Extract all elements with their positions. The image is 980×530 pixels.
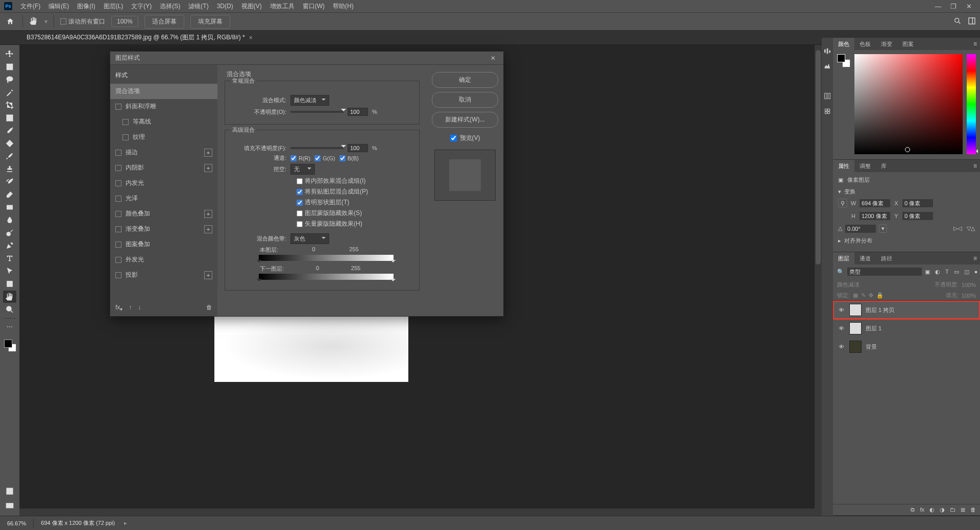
dialog-close-icon[interactable]: ✕ [488, 53, 498, 63]
preview-checkbox[interactable]: 预览(V) [432, 134, 498, 142]
tab-patterns[interactable]: 图案 [897, 38, 919, 51]
layer-row[interactable]: 👁 背景 [833, 338, 980, 356]
fx-menu-icon[interactable]: fx▾ [115, 304, 122, 312]
screenmode-icon[interactable] [3, 500, 16, 512]
tab-paths[interactable]: 路径 [876, 252, 897, 265]
healing-tool[interactable] [3, 137, 16, 150]
document-tab[interactable]: B37528614E9A9A0C336A6D191B237589.jpg @ 6… [21, 31, 258, 44]
fill-screen-button[interactable]: 填充屏幕 [190, 15, 230, 29]
fx-icon[interactable]: fx [920, 507, 924, 513]
status-zoom[interactable]: 66.67% [7, 520, 26, 526]
window-minimize[interactable]: — [934, 2, 942, 10]
filter-search-icon[interactable]: 🔍 [837, 269, 844, 275]
tab-properties[interactable]: 属性 [833, 160, 854, 173]
lock-artboard-icon[interactable]: ✥ [869, 292, 873, 299]
move-up-icon[interactable]: ↑ [129, 304, 132, 312]
flip-h-icon[interactable]: ▷◁ [953, 225, 962, 232]
menu-layer[interactable]: 图层(L) [100, 0, 128, 13]
panel-menu-icon[interactable]: ≡ [970, 162, 980, 170]
layer-opacity[interactable]: 100% [962, 282, 976, 288]
fill-opacity-input[interactable] [348, 144, 368, 152]
marquee-tool[interactable] [3, 61, 16, 73]
link-wh-icon[interactable]: ⚲ [838, 199, 847, 208]
menu-image[interactable]: 图像(I) [73, 0, 99, 13]
menu-view[interactable]: 视图(V) [237, 0, 266, 13]
channel-g-checkbox[interactable]: G(G) [314, 155, 335, 161]
layer-row[interactable]: 👁 图层 1 拷贝 [833, 301, 980, 319]
menu-filter[interactable]: 滤镜(T) [184, 0, 212, 13]
blend-if-dropdown[interactable]: 灰色 [290, 233, 329, 244]
fg-bg-swatch[interactable] [837, 54, 850, 67]
add-stroke-icon[interactable]: + [204, 149, 212, 157]
style-gradient-overlay[interactable]: 渐变叠加+ [110, 222, 217, 237]
add-gradient-overlay-icon[interactable]: + [204, 225, 212, 233]
dock-icon-1[interactable] [823, 47, 831, 55]
ok-button[interactable]: 确定 [432, 72, 498, 88]
opacity-slider[interactable] [290, 111, 344, 113]
delete-style-icon[interactable]: 🗑 [206, 304, 212, 312]
visibility-icon[interactable]: 👁 [837, 344, 845, 350]
filter-kind-select[interactable] [847, 268, 922, 276]
width-input[interactable] [860, 199, 890, 207]
tab-adjustments[interactable]: 调整 [854, 160, 876, 173]
hand-tool[interactable] [3, 291, 16, 303]
menu-help[interactable]: 帮助(H) [329, 0, 358, 13]
fill-opacity-slider[interactable] [290, 147, 344, 149]
zoom-tool[interactable] [3, 303, 16, 316]
angle-input[interactable] [845, 225, 876, 233]
height-input[interactable] [860, 212, 890, 220]
edit-toolbar[interactable]: ⋯ [3, 321, 16, 333]
panel-menu-icon[interactable]: ≡ [970, 255, 980, 262]
color-swatches[interactable] [3, 339, 16, 352]
menu-file[interactable]: 文件(F) [16, 0, 44, 13]
add-color-overlay-icon[interactable]: + [204, 210, 212, 218]
layer-mask-hide-checkbox[interactable]: 图层蒙版隐藏效果(S) [297, 209, 414, 218]
wand-tool[interactable] [3, 86, 16, 99]
style-drop-shadow[interactable]: 投影+ [110, 268, 217, 283]
vector-mask-hide-checkbox[interactable]: 矢量蒙版隐藏效果(H) [297, 220, 414, 228]
dodge-tool[interactable] [3, 227, 16, 239]
filter-type-icon[interactable]: T [945, 269, 949, 275]
tab-libraries[interactable]: 库 [876, 160, 892, 173]
filter-image-icon[interactable]: ▣ [925, 269, 930, 275]
channel-r-checkbox[interactable]: R(R) [290, 155, 310, 161]
status-menu-icon[interactable]: ▸ [124, 520, 127, 526]
style-inner-shadow[interactable]: 内阴影+ [110, 160, 217, 176]
filter-smart-icon[interactable]: ◫ [964, 269, 969, 275]
y-input[interactable] [902, 212, 933, 220]
visibility-icon[interactable]: 👁 [837, 325, 845, 331]
layer-row[interactable]: 👁 图层 1 [833, 319, 980, 338]
delete-layer-icon[interactable]: 🗑 [970, 507, 976, 513]
style-bevel[interactable]: 斜面和浮雕 [110, 99, 217, 114]
lock-position-icon[interactable]: ✎ [861, 292, 866, 299]
align-section[interactable]: ▸对齐并分布 [838, 237, 975, 245]
transparency-shapes-checkbox[interactable]: 透明形状图层(T) [297, 198, 414, 207]
fit-screen-button[interactable]: 适合屏幕 [144, 15, 184, 29]
workspace-icon[interactable] [968, 17, 976, 27]
flip-v-icon[interactable]: ▽△ [967, 225, 975, 232]
filter-toggle-icon[interactable]: ● [974, 269, 978, 275]
dock-icon-3[interactable] [823, 92, 831, 100]
style-texture[interactable]: 纹理 [110, 130, 217, 145]
style-satin[interactable]: 光泽 [110, 191, 217, 206]
transform-section[interactable]: ▾变换 [838, 188, 975, 196]
zoom-dropdown[interactable]: 100% [111, 16, 138, 27]
menu-window[interactable]: 窗口(W) [299, 0, 329, 13]
blend-mode-select[interactable]: 颜色减淡 [837, 281, 860, 288]
lock-pixels-icon[interactable]: ▦ [853, 292, 858, 299]
crop-tool[interactable] [3, 99, 16, 111]
search-icon[interactable] [953, 17, 962, 27]
group-icon[interactable]: 🗀 [950, 507, 955, 513]
stamp-tool[interactable] [3, 163, 16, 175]
lock-all-icon[interactable]: 🔒 [876, 292, 884, 299]
color-field[interactable] [854, 54, 963, 154]
lasso-tool[interactable] [3, 74, 16, 86]
move-down-icon[interactable]: ↓ [138, 304, 141, 312]
scrollbar-vertical[interactable] [815, 45, 822, 516]
panel-menu-icon[interactable]: ≡ [970, 40, 980, 47]
shape-tool[interactable] [3, 278, 16, 290]
window-restore[interactable]: ❐ [949, 2, 958, 10]
gradient-tool[interactable] [3, 201, 16, 213]
add-inner-shadow-icon[interactable]: + [204, 164, 212, 172]
pen-tool[interactable] [3, 239, 16, 252]
